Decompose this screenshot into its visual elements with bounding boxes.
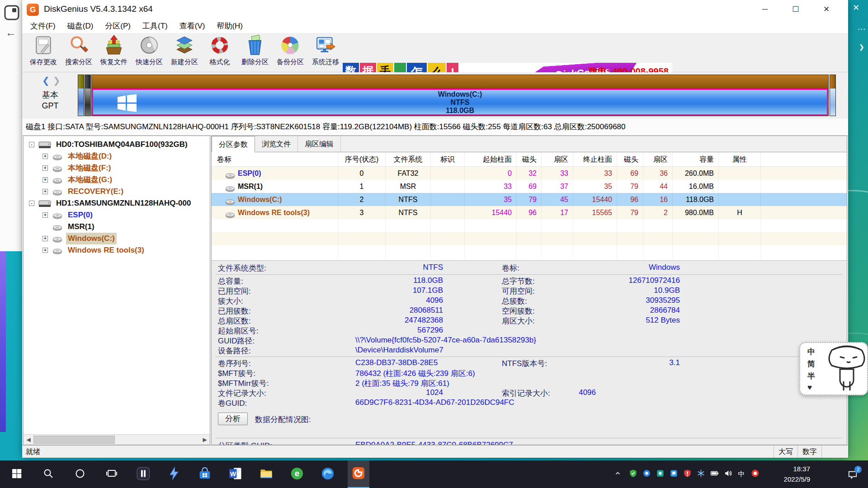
tab-1[interactable]: 浏览文件 [255,136,298,152]
table-row-msr-1-[interactable]: MSR(1)1MSR33693735794416.0MB [212,180,847,193]
column-header-8[interactable]: 磁头 [617,152,643,167]
background-tab-icon[interactable] [4,5,20,23]
tray-red-shield[interactable] [681,460,693,488]
collapse-icon[interactable]: - [29,201,34,206]
prev-disk-icon[interactable]: ❮ [42,75,50,86]
menu-item-1[interactable]: 磁盘(D) [61,19,99,33]
tray-volume[interactable] [722,460,734,488]
partition-segment-esp[interactable] [78,75,84,116]
column-header-2[interactable]: 文件系统 [386,152,431,167]
ime-item-1[interactable]: 简 [807,359,815,369]
toolbar-button-save-changes[interactable]: 保存更改 [26,34,61,71]
tree-item-hd1-samsungmznln128hahq-000[interactable]: -HD1:SAMSUNGMZNLN128HAHQ-000 [24,197,210,209]
taskbar-search-button[interactable] [38,460,59,488]
taskbar-start-button[interactable] [6,460,28,488]
column-header-6[interactable]: 扇区 [542,152,573,167]
back-arrow-icon[interactable]: ← [5,26,16,39]
minimize-button[interactable]: ─ [754,2,776,17]
maximize-button[interactable]: ☐ [784,2,807,17]
menu-item-2[interactable]: 分区(P) [99,19,137,33]
tree-item-esp-0-[interactable]: +ESP(0) [24,209,210,221]
taskbar-app-media-app[interactable] [132,460,154,488]
taskbar-cortana-button[interactable] [69,460,91,488]
tab-0[interactable]: 分区参数 [212,136,255,152]
tray-blue-messenger[interactable] [667,460,680,488]
tree-item-recovery-e-[interactable]: +RECOVERY(E:) [24,186,210,197]
scroll-left-icon[interactable]: ◀ [24,435,33,445]
expand-icon[interactable]: + [42,236,48,241]
tree-horizontal-scrollbar[interactable]: ◀ ▶ [24,434,210,445]
taskbar-app-green-browser[interactable]: e [286,460,308,488]
column-header-4[interactable]: 起始柱面 [465,152,517,167]
column-header-7[interactable]: 终止柱面 [573,152,617,167]
scrollbar-thumb[interactable] [33,436,115,444]
taskbar-app-store[interactable] [194,460,216,488]
ime-status-panel[interactable]: 中简半♥ [799,342,868,395]
menu-item-0[interactable]: 文件(F) [24,19,61,33]
toolbar-button-search-partition[interactable]: 搜索分区 [61,34,96,71]
column-header-0[interactable]: 卷标 [212,152,338,167]
tray-blue-circle[interactable] [640,460,653,488]
taskbar-app-lightning-app[interactable] [163,460,185,488]
taskbar-app-word[interactable]: W [225,460,246,488]
taskbar-app-edge[interactable] [317,460,339,488]
background-more-icon[interactable]: ⋯ [858,24,866,34]
tab-2[interactable]: 扇区编辑 [298,136,341,152]
scroll-right-icon[interactable]: ▶ [200,435,210,445]
ime-item-3[interactable]: ♥ [807,383,812,392]
tray-battery[interactable] [708,460,721,488]
column-header-1[interactable]: 序号(状态) [338,152,386,167]
expand-icon[interactable]: + [42,212,48,218]
tree-item--g-[interactable]: +本地磁盘(G:) [24,174,210,186]
tray-green-shield[interactable] [627,460,639,488]
column-header-3[interactable]: 标识 [431,152,465,167]
tree-item-windows-re-tools-3-[interactable]: +Windows RE tools(3) [24,244,210,256]
toolbar-button-backup-partition[interactable]: 备份分区 [273,34,308,71]
collapse-icon[interactable]: - [29,142,34,147]
menu-item-5[interactable]: 帮助(H) [211,19,249,33]
background-close-icon[interactable]: ✕ [853,3,859,13]
partition-segment-windows-c[interactable]: Windows(C:) NTFS 118.0GB [91,75,829,116]
tree-item-windows-c-[interactable]: +Windows(C:) [24,233,210,244]
tray-ime-lang[interactable]: 中 [735,460,748,488]
taskbar-app-diskgenius[interactable] [348,460,369,488]
toolbar-button-format[interactable]: 格式化 [202,34,237,71]
expand-icon[interactable]: + [42,248,48,253]
close-button[interactable]: ✕ [815,2,838,17]
taskbar-app-file-explorer[interactable] [255,460,277,488]
partition-segment-re-tools[interactable] [830,75,836,116]
toolbar-button-system-migrate[interactable]: 系统迁移 [308,34,343,71]
expand-icon[interactable]: + [42,189,48,194]
column-header-5[interactable]: 磁头 [517,152,542,167]
tree-item--d-[interactable]: +本地磁盘(D:) [24,150,210,162]
tray-red-app[interactable] [749,460,761,488]
analyze-button[interactable]: 分析 [218,413,248,425]
tray-expand-button[interactable] [611,460,624,488]
tree-item-msr-1-[interactable]: MSR(1) [24,221,210,233]
tray-snowflake[interactable] [694,460,707,488]
table-row-windows-re-tools-3-[interactable]: Windows RE tools(3)3NTFS1544096171556579… [212,206,847,219]
expand-icon[interactable]: + [42,154,48,159]
table-row-windows-c-[interactable]: Windows(C:)2NTFS357945154409616118.0GB [212,193,847,206]
toolbar-button-delete-partition[interactable]: 删除分区 [237,34,273,71]
tree-item--f-[interactable]: +本地磁盘(F:) [24,162,210,174]
tree-item-hd0-toshibamq04abf100-932gb-[interactable]: -HD0:TOSHIBAMQ04ABF100(932GB) [24,139,210,150]
table-row-esp-0-[interactable]: ESP(0)0FAT3203233336936260.0MB [212,167,847,180]
background-chevron-icon[interactable]: ❯ [859,43,864,51]
column-header-9[interactable]: 扇区 [643,152,673,167]
next-disk-icon[interactable]: ❯ [53,75,61,86]
column-header-10[interactable]: 容量 [673,152,719,167]
partition-segment-msr[interactable] [85,75,91,116]
expand-icon[interactable]: + [42,177,48,183]
taskbar-task-view-button[interactable] [101,460,123,488]
menu-item-4[interactable]: 查看(V) [174,19,211,33]
toolbar-button-new-partition[interactable]: 新建分区 [167,34,202,71]
expand-icon[interactable]: + [42,165,48,171]
tray-teal-app[interactable] [654,460,666,488]
taskbar-clock[interactable]: 18:37 2022/5/9 [769,464,810,484]
column-header-11[interactable]: 属性 [719,152,761,167]
toolbar-button-recover-files[interactable]: 恢复文件 [96,34,132,71]
toolbar-button-quick-partition[interactable]: 快速分区 [132,34,167,71]
action-center-button[interactable]: 2 [842,460,863,488]
menu-item-3[interactable]: 工具(T) [137,19,174,33]
